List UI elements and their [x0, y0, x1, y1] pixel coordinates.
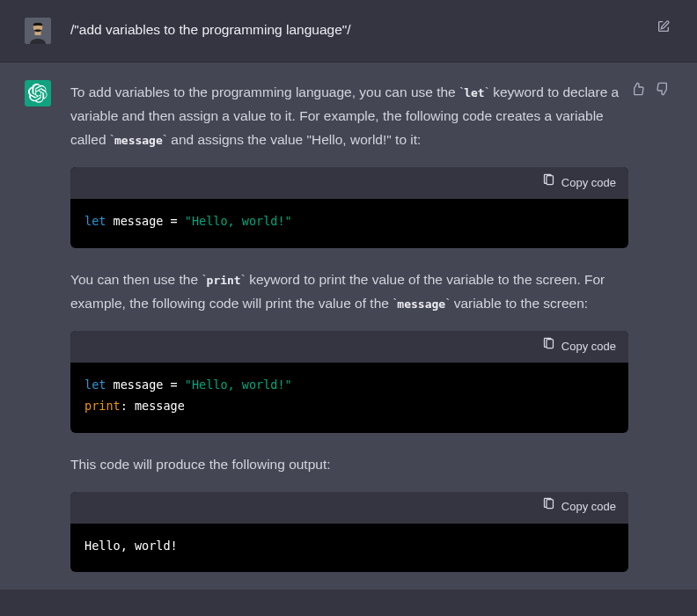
code-block: Copy code let message = "Hello, world!": [70, 167, 628, 248]
code-block: Copy code let message = "Hello, world!" …: [70, 331, 628, 432]
clipboard-icon: [542, 337, 555, 357]
user-message-text: /"add variables to the programming langu…: [70, 18, 672, 41]
code-content: let message = "Hello, world!": [70, 199, 628, 248]
assistant-message-row: To add variables to the programming lang…: [0, 62, 697, 590]
copy-code-label: Copy code: [561, 173, 616, 194]
assistant-message-content: To add variables to the programming lang…: [70, 80, 672, 572]
text: and assigns the value "Hello, world!" to…: [167, 132, 421, 147]
inline-code-message: message: [397, 297, 445, 311]
code-content: Hello, world!: [70, 524, 628, 573]
copy-code-button[interactable]: Copy code: [542, 173, 616, 194]
copy-code-label: Copy code: [561, 337, 616, 357]
code-block-header: Copy code: [70, 167, 628, 199]
svg-rect-3: [547, 176, 554, 185]
thumbs-down-icon[interactable]: [655, 80, 672, 98]
clipboard-icon: [542, 173, 555, 194]
svg-rect-4: [547, 339, 554, 348]
inline-code-print: print: [207, 274, 241, 287]
thumbs-up-icon[interactable]: [628, 80, 646, 98]
svg-rect-5: [547, 500, 554, 509]
inline-code-message: message: [114, 134, 163, 147]
code-block: Copy code Hello, world!: [70, 492, 628, 573]
copy-code-button[interactable]: Copy code: [542, 337, 616, 357]
inline-code-let: let: [464, 86, 484, 99]
code-block-header: Copy code: [70, 331, 628, 363]
assistant-avatar: [25, 80, 51, 106]
text: To add variables to the programming lang…: [70, 84, 459, 99]
clipboard-icon: [542, 497, 555, 517]
assistant-paragraph: You can then use the `print` keyword to …: [70, 268, 628, 315]
user-message-row: /"add variables to the programming langu…: [0, 0, 697, 62]
assistant-paragraph: To add variables to the programming lang…: [70, 80, 628, 151]
text: variable to the screen:: [450, 296, 588, 311]
assistant-paragraph: This code will produce the following out…: [70, 452, 628, 476]
edit-icon[interactable]: [655, 18, 672, 35]
user-avatar: [25, 18, 51, 44]
copy-code-label: Copy code: [561, 497, 616, 517]
code-content: let message = "Hello, world!" print: mes…: [70, 363, 628, 432]
text: You can then use the: [70, 272, 202, 287]
copy-code-button[interactable]: Copy code: [542, 497, 616, 517]
code-block-header: Copy code: [70, 492, 628, 524]
